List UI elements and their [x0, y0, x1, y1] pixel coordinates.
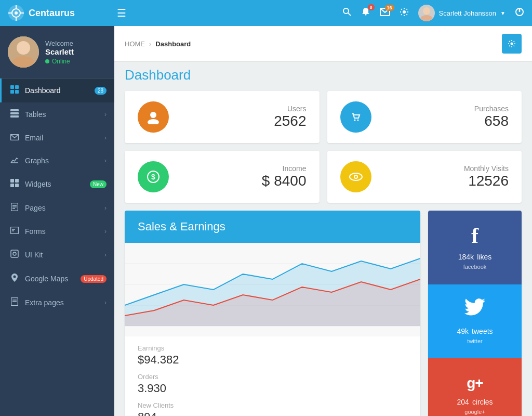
orders-value: 3.930 — [138, 382, 407, 395]
sidebar-item-dashboard[interactable]: Dashboard 28 — [0, 79, 114, 102]
income-label: Income — [179, 164, 307, 173]
sidebar-item-graphs[interactable]: Graphs › — [0, 149, 114, 172]
sidebar-item-uikit-label: UI Kit — [25, 251, 104, 259]
dashboard-badge: 28 — [95, 87, 107, 95]
sidebar-item-forms[interactable]: Forms › — [0, 220, 114, 243]
power-button[interactable] — [515, 7, 524, 19]
social-card-twitter[interactable]: 49k tweets twitter — [428, 284, 522, 358]
users-value: 2562 — [179, 113, 307, 129]
visits-value: 12526 — [382, 173, 509, 189]
metric-earnings: Earnings $94.382 — [138, 344, 407, 367]
metric-newclients: New Clients 894 — [138, 401, 407, 416]
pages-icon — [9, 203, 20, 213]
brand-icon — [8, 5, 24, 21]
svg-rect-25 — [10, 115, 19, 118]
svg-point-12 — [423, 7, 430, 15]
svg-rect-20 — [15, 85, 19, 89]
breadcrumb-current: Dashboard — [155, 40, 191, 48]
svg-rect-36 — [11, 227, 19, 234]
purchases-icon-circle — [340, 101, 371, 133]
svg-point-46 — [150, 112, 156, 118]
breadcrumb: HOME › Dashboard — [125, 40, 191, 48]
sidebar-item-extrapages[interactable]: Extra pages › — [0, 291, 114, 315]
googleplus-platform: google+ — [464, 409, 485, 415]
sidebar-item-tables-label: Tables — [25, 110, 104, 119]
social-card-googleplus[interactable]: g+ 204 circles google+ — [428, 358, 522, 416]
alerts-button[interactable]: 8 — [361, 7, 370, 19]
graphs-icon — [9, 156, 20, 165]
svg-rect-19 — [10, 85, 14, 89]
sidebar-item-uikit[interactable]: UI Kit › — [0, 243, 114, 267]
svg-point-17 — [17, 41, 30, 55]
stats-grid: Users 2562 Purchases 658 — [114, 91, 532, 211]
stat-card-purchases: Purchases 658 — [327, 91, 522, 143]
sidebar-item-forms-label: Forms — [25, 227, 104, 236]
sidebar-item-pages[interactable]: Pages › — [0, 196, 114, 220]
sidebar-avatar — [8, 36, 39, 68]
purchases-stat-info: Purchases 658 — [382, 105, 509, 129]
brand-name: Centaurus — [29, 8, 75, 19]
sales-header: Sales & Earnings — [125, 211, 420, 243]
extrapages-chevron: › — [104, 299, 107, 306]
alerts-badge: 8 — [368, 4, 375, 10]
content-settings-button[interactable] — [502, 34, 522, 54]
sidebar-item-widgets-label: Widgets — [25, 180, 90, 188]
sidebar-item-pages-label: Pages — [25, 204, 104, 212]
googlemaps-icon — [9, 274, 20, 284]
sales-card: Sales & Earnings — [125, 211, 420, 416]
svg-rect-24 — [10, 112, 19, 114]
extrapages-icon — [9, 297, 20, 308]
svg-rect-39 — [11, 250, 18, 257]
settings-button[interactable] — [400, 7, 409, 19]
svg-point-2 — [15, 11, 18, 15]
hamburger-button[interactable]: ☰ — [117, 7, 126, 19]
svg-point-41 — [14, 276, 16, 278]
messages-button[interactable]: 16 — [380, 8, 390, 19]
sidebar-item-tables[interactable]: Tables › — [0, 102, 114, 126]
svg-text:$: $ — [151, 173, 155, 181]
profile-status: Online — [45, 58, 74, 65]
svg-rect-28 — [10, 179, 14, 183]
svg-point-40 — [13, 252, 16, 255]
profile-info: Welcome Scarlett Online — [45, 40, 74, 65]
sidebar: Welcome Scarlett Online Dashboard 28 — [0, 26, 114, 416]
user-name: Scarlett Johansson — [439, 9, 497, 17]
income-icon-circle: $ — [138, 161, 169, 192]
income-value: $ 8400 — [179, 173, 307, 189]
svg-point-7 — [343, 8, 349, 14]
user-avatar-top — [418, 5, 435, 21]
purchases-label: Purchases — [382, 105, 509, 113]
main-content: HOME › Dashboard Dashboard Users — [114, 26, 532, 416]
purchases-value: 658 — [382, 113, 509, 129]
breadcrumb-home[interactable]: HOME — [125, 40, 145, 48]
profile-name: Scarlett — [45, 47, 74, 56]
svg-rect-30 — [10, 184, 14, 187]
email-chevron: › — [104, 134, 107, 141]
svg-rect-9 — [365, 14, 366, 16]
tables-chevron: › — [104, 111, 107, 118]
user-menu[interactable]: Scarlett Johansson ▼ — [418, 5, 506, 21]
graphs-chevron: › — [104, 157, 107, 164]
visits-label: Monthly Visits — [382, 164, 509, 173]
sidebar-item-googlemaps[interactable]: Google Maps Updated — [0, 267, 114, 291]
twitter-icon — [464, 298, 485, 321]
svg-point-45 — [511, 43, 513, 45]
facebook-stat: 184k likes — [458, 249, 492, 263]
social-card-facebook[interactable]: f 184k likes facebook — [428, 211, 522, 284]
svg-point-47 — [148, 119, 159, 124]
svg-rect-31 — [15, 184, 19, 187]
svg-point-48 — [349, 110, 363, 124]
svg-point-49 — [354, 120, 355, 121]
sales-metrics: Earnings $94.382 Orders 3.930 New Client… — [125, 336, 420, 416]
sidebar-nav: Dashboard 28 Tables › Email › — [0, 79, 114, 416]
googlemaps-badge: Updated — [81, 275, 107, 283]
profile-welcome: Welcome — [45, 40, 74, 47]
svg-rect-21 — [10, 90, 14, 94]
sidebar-item-widgets[interactable]: Widgets New — [0, 172, 114, 196]
search-button[interactable] — [342, 7, 352, 19]
sidebar-item-email[interactable]: Email › — [0, 126, 114, 149]
social-cards: f 184k likes facebook 49k tweets twitter — [428, 211, 522, 416]
income-stat-info: Income $ 8400 — [179, 164, 307, 189]
sidebar-item-googlemaps-label: Google Maps — [25, 275, 81, 283]
facebook-platform: facebook — [463, 264, 487, 270]
